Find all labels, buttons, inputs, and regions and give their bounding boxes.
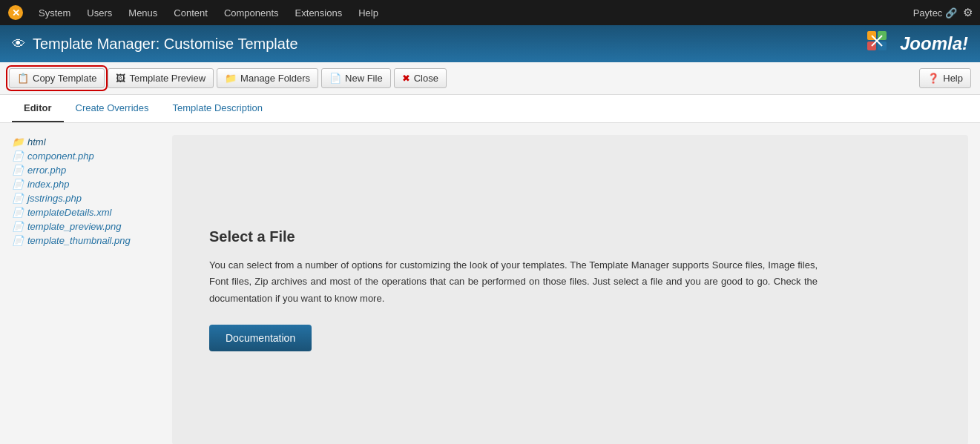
joomla-brand-text: Joomla! bbox=[900, 33, 968, 54]
close-button[interactable]: ✖ Close bbox=[394, 68, 447, 88]
copy-icon: 📋 bbox=[17, 73, 29, 84]
nav-menus[interactable]: Menus bbox=[121, 3, 165, 23]
topbar: ✕ System Users Menus Content Components … bbox=[0, 0, 980, 25]
filetree-item-template-thumbnail-png[interactable]: 📄 template_thumbnail.png bbox=[12, 233, 160, 248]
select-file-title: Select a File bbox=[209, 228, 931, 245]
svg-text:✕: ✕ bbox=[12, 7, 20, 19]
nav-system[interactable]: System bbox=[31, 3, 78, 23]
copy-template-button[interactable]: 📋 Copy Template bbox=[9, 68, 105, 88]
file-icon: 📄 bbox=[12, 235, 24, 246]
help-icon: ❓ bbox=[927, 73, 939, 84]
file-icon: 📄 bbox=[12, 165, 24, 176]
documentation-button[interactable]: Documentation bbox=[209, 325, 312, 351]
tabs-bar: Editor Create Overrides Template Descrip… bbox=[0, 95, 980, 123]
topbar-nav: System Users Menus Content Components Ex… bbox=[31, 3, 386, 23]
content-panel: Select a File You can select from a numb… bbox=[172, 135, 968, 444]
folder-icon: 📁 bbox=[225, 73, 237, 84]
file-icon: 📄 bbox=[12, 193, 24, 204]
joomla-brand-icon bbox=[866, 30, 898, 58]
tab-create-overrides[interactable]: Create Overrides bbox=[64, 95, 161, 122]
page-header-bar: 👁 Template Manager: Customise Template J… bbox=[0, 25, 980, 62]
toolbar-left: 📋 Copy Template 🖼 Template Preview 📁 Man… bbox=[9, 68, 447, 88]
file-icon: 📄 bbox=[12, 150, 24, 162]
close-icon: ✖ bbox=[402, 73, 410, 84]
filetree-item-index-php[interactable]: 📄 index.php bbox=[12, 177, 160, 191]
nav-extensions[interactable]: Extensions bbox=[288, 3, 350, 23]
filetree-item-jsstrings-php[interactable]: 📄 jsstrings.php bbox=[12, 191, 160, 205]
tab-template-description[interactable]: Template Description bbox=[161, 95, 274, 122]
select-file-description: You can select from a number of options … bbox=[209, 257, 818, 306]
topbar-right: Paytec 🔗 ⚙ bbox=[913, 6, 973, 19]
new-file-button[interactable]: 📄 New File bbox=[321, 68, 391, 88]
manage-folders-button[interactable]: 📁 Manage Folders bbox=[217, 68, 318, 88]
template-preview-button[interactable]: 🖼 Template Preview bbox=[108, 68, 214, 88]
tab-editor[interactable]: Editor bbox=[12, 95, 64, 122]
page-title: Template Manager: Customise Template bbox=[33, 36, 298, 53]
external-link-icon: 🔗 bbox=[945, 7, 957, 19]
nav-users[interactable]: Users bbox=[79, 3, 119, 23]
toolbar: 📋 Copy Template 🖼 Template Preview 📁 Man… bbox=[0, 62, 980, 95]
eye-icon: 👁 bbox=[12, 36, 25, 52]
new-file-icon: 📄 bbox=[329, 73, 341, 84]
main-content: 📁 html 📄 component.php 📄 error.php 📄 ind… bbox=[0, 123, 980, 444]
gear-icon[interactable]: ⚙ bbox=[963, 6, 973, 19]
toolbar-right: ❓ Help bbox=[919, 68, 971, 88]
file-icon: 📄 bbox=[12, 207, 24, 218]
nav-content[interactable]: Content bbox=[166, 3, 215, 23]
joomla-brand: Joomla! bbox=[866, 30, 968, 58]
file-icon: 📄 bbox=[12, 221, 24, 232]
filetree-item-templatedetails-xml[interactable]: 📄 templateDetails.xml bbox=[12, 205, 160, 219]
topbar-left: ✕ System Users Menus Content Components … bbox=[7, 3, 386, 23]
filetree-item-template-preview-png[interactable]: 📄 template_preview.png bbox=[12, 219, 160, 233]
help-button[interactable]: ❓ Help bbox=[919, 68, 971, 88]
file-tree: 📁 html 📄 component.php 📄 error.php 📄 ind… bbox=[12, 135, 160, 444]
user-link[interactable]: Paytec 🔗 bbox=[913, 7, 957, 19]
filetree-item-component-php[interactable]: 📄 component.php bbox=[12, 149, 160, 163]
filetree-item-error-php[interactable]: 📄 error.php bbox=[12, 163, 160, 177]
file-icon: 📄 bbox=[12, 179, 24, 190]
page-title-area: 👁 Template Manager: Customise Template bbox=[12, 36, 298, 53]
preview-icon: 🖼 bbox=[116, 73, 125, 84]
nav-components[interactable]: Components bbox=[217, 3, 286, 23]
filetree-item-html[interactable]: 📁 html bbox=[12, 135, 160, 149]
folder-icon: 📁 bbox=[12, 136, 24, 148]
nav-help[interactable]: Help bbox=[351, 3, 386, 23]
joomla-logo-icon: ✕ bbox=[7, 4, 24, 21]
